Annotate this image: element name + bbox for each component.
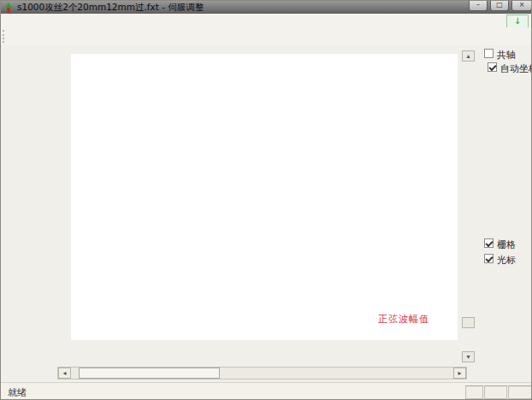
cursor-label: 光标 (497, 254, 516, 267)
status-text: 就绪 (8, 386, 27, 399)
menu-scroll-right-button[interactable]: ↓ (506, 15, 529, 28)
coaxial-checkbox[interactable] (484, 49, 494, 58)
grid-label: 栅格 (497, 238, 516, 251)
status-bar: 就绪 (1, 382, 532, 400)
right-panel: 共轴 自动坐标 栅格 光标 (476, 45, 532, 367)
chart-workspace: ▴ ▾ 共轴 自动坐标 栅格 光标 ◂ (1, 45, 532, 382)
hscroll-left-button[interactable]: ◂ (58, 368, 71, 379)
grid-checkbox[interactable] (484, 238, 494, 248)
horizontal-scrollbar[interactable]: ◂ ▸ (57, 367, 467, 379)
status-pane-1 (465, 385, 483, 399)
status-pane-2 (484, 385, 507, 399)
title-bar: s1000攻丝2个20mm12mm过.fxt - 伺服调整 – □ × (1, 1, 532, 14)
close-button[interactable]: × (511, 1, 532, 11)
vscroll-down-button[interactable]: ▾ (462, 351, 475, 362)
vscroll-up-button[interactable]: ▴ (462, 50, 475, 62)
window-title: s1000攻丝2个20mm12mm过.fxt - 伺服调整 (17, 2, 204, 14)
status-pane-3 (508, 385, 532, 399)
hscroll-right-button[interactable]: ▸ (453, 368, 466, 379)
minimize-button[interactable]: – (469, 1, 488, 11)
app-icon (3, 3, 14, 13)
maximize-button[interactable]: □ (490, 1, 509, 11)
toolbar (1, 27, 532, 46)
autocoord-label: 自动坐标 (500, 62, 532, 75)
autocoord-checkbox[interactable] (488, 62, 497, 72)
hscroll-thumb[interactable] (79, 368, 220, 379)
plot-area[interactable] (71, 54, 458, 340)
toolbar-gripper[interactable] (3, 30, 7, 43)
menu-bar: ↓ (1, 14, 532, 28)
app-window: s1000攻丝2个20mm12mm过.fxt - 伺服调整 – □ × ↓ ▴ … (0, 0, 532, 400)
cursor-checkbox[interactable] (484, 254, 494, 263)
vscroll-thumb[interactable] (462, 317, 475, 328)
coaxial-label: 共轴 (497, 49, 516, 62)
